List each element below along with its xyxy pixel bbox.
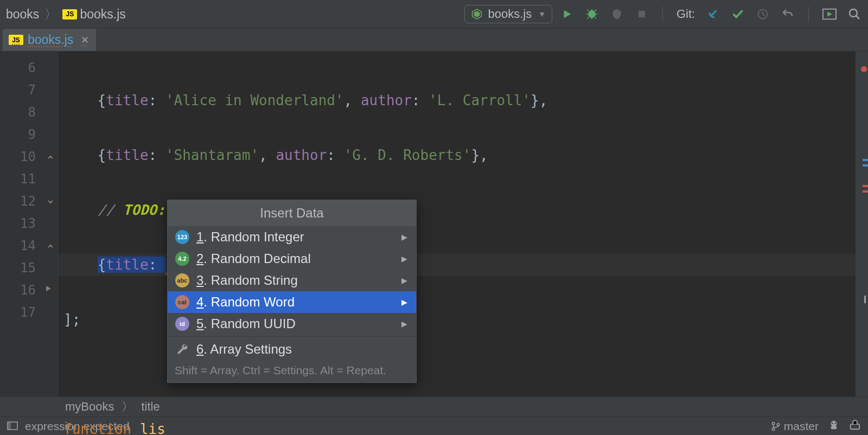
menu-item-random-string[interactable]: abc3. Random String▶ [168,270,416,291]
run-button[interactable] [559,7,575,22]
fold-open-icon[interactable] [47,198,54,206]
git-history-button[interactable] [755,7,770,22]
git-label: Git: [678,7,693,22]
separator [168,336,416,337]
run-config-label: books.js [488,7,532,21]
js-file-icon: JS [62,9,77,20]
editor-tabs: JS books.js ✕ [0,29,868,52]
editor[interactable]: 6 7 8 9 10 11 12 13 14 15 16 17 {title: … [0,52,868,396]
coverage-button [609,7,624,22]
submenu-arrow-icon: ▶ [401,276,407,285]
submenu-arrow-icon: ▶ [401,298,407,306]
error-indicator-icon[interactable] [861,66,867,72]
line-number[interactable]: 8 [0,101,58,124]
chevron-right-icon: 〉 [44,6,57,23]
editor-tab-books[interactable]: JS books.js ✕ [3,29,96,51]
topbar: books 〉 JS books.js books.js ▼ Git: [0,0,868,29]
tab-label: books.js [28,33,73,47]
line-number[interactable]: 11 [0,168,58,190]
line-number[interactable]: 14 [0,235,58,257]
js-file-icon: JS [9,35,23,45]
close-icon[interactable]: ✕ [81,34,89,46]
line-number[interactable]: 6 [0,57,58,79]
fold-close-icon[interactable] [47,242,54,250]
fold-close-icon[interactable] [47,153,54,161]
wrench-icon [175,342,189,356]
insert-data-popup: Insert Data 1231. Random Integer▶ 4.22. … [167,200,417,383]
line-number[interactable]: 15 [0,257,58,279]
nodejs-icon [471,8,483,20]
popup-title: Insert Data [168,200,416,226]
popup-hint: Shift = Array. Ctrl = Settings. Alt = Re… [168,360,416,382]
caret-mark [864,296,866,303]
line-number[interactable]: 12 [0,190,58,213]
git-commit-button[interactable] [730,7,745,22]
breadcrumb-file-label: books.js [80,7,125,22]
breadcrumb-file[interactable]: JS books.js [62,7,125,22]
gutter[interactable]: 6 7 8 9 10 11 12 13 14 15 16 17 [0,52,58,396]
svg-point-0 [588,10,596,18]
submenu-arrow-icon: ▶ [401,254,407,263]
run-configuration-selector[interactable]: books.js ▼ [464,5,552,23]
line-number[interactable]: 17 [0,302,58,324]
menu-item-array-settings[interactable]: 6. Array Settings [168,338,416,360]
svg-point-4 [850,9,857,17]
rollback-button[interactable] [780,7,795,22]
debug-button[interactable] [584,7,599,22]
run-anything-button[interactable] [822,7,837,22]
chevron-down-icon: ▼ [538,10,546,18]
toolbar-actions: Git: [559,7,862,22]
submenu-arrow-icon: ▶ [401,319,407,328]
stripe-mark[interactable] [863,190,868,193]
line-number[interactable]: 9 [0,124,58,146]
error-stripe[interactable] [856,52,868,396]
stripe-mark[interactable] [863,159,868,161]
git-update-button[interactable] [705,7,720,22]
breadcrumb: books 〉 JS books.js [6,6,464,23]
line-number[interactable]: 10 [0,146,58,168]
line-number[interactable]: 7 [0,79,58,101]
search-everywhere-button[interactable] [847,7,862,22]
menu-item-random-integer[interactable]: 1231. Random Integer▶ [168,226,416,248]
stripe-mark[interactable] [863,164,868,167]
menu-item-random-uuid[interactable]: id5. Random UUID▶ [168,313,416,335]
svg-rect-1 [639,11,645,17]
tool-window-button[interactable] [7,420,18,433]
gutter-run-icon[interactable] [44,285,52,292]
menu-item-random-word[interactable]: cat4. Random Word▶ [168,291,416,313]
stripe-mark[interactable] [863,185,868,187]
submenu-arrow-icon: ▶ [401,233,407,241]
svg-rect-6 [8,422,11,430]
breadcrumb-root[interactable]: books [6,7,39,22]
separator [662,7,663,22]
menu-item-random-decimal[interactable]: 4.22. Random Decimal▶ [168,248,416,270]
separator [808,7,809,22]
line-number[interactable]: 13 [0,213,58,235]
stop-button [634,7,649,22]
